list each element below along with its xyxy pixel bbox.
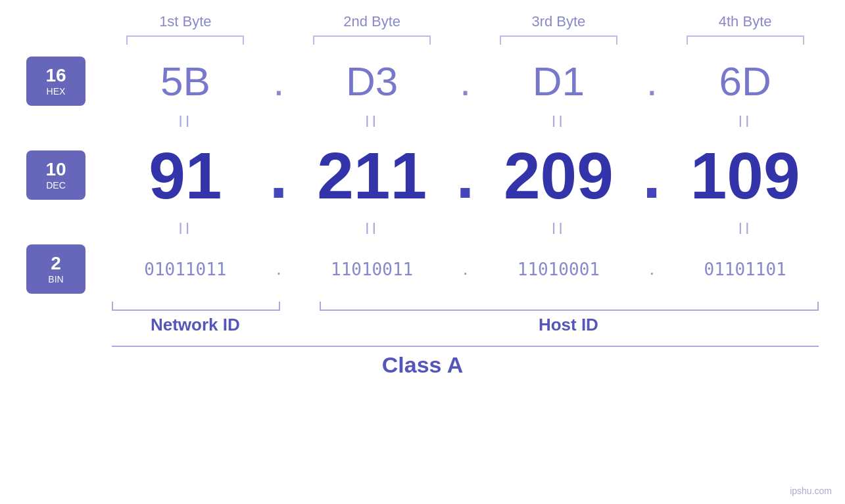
dec-val-3: 209 <box>485 143 633 208</box>
bracket-bottom-row <box>26 302 819 311</box>
hex-row: 16 HEX 5B . D3 . D1 . 6D <box>26 57 819 106</box>
dec-dot-3: . <box>642 137 661 213</box>
bracket-top-2 <box>313 35 431 45</box>
bin-badge: 2 BIN <box>26 244 85 294</box>
bin-val-3: 11010001 <box>485 260 633 279</box>
dec-dot-1: . <box>270 137 288 213</box>
dot-spacer-h1 <box>259 13 299 45</box>
byte-col-4: 4th Byte <box>671 13 819 45</box>
bottom-section: Network ID Host ID <box>26 302 819 335</box>
hex-badge-label: HEX <box>47 86 66 97</box>
hex-val-3: D1 <box>485 58 633 104</box>
watermark-text: ipshu.com <box>790 486 832 496</box>
bin-val-1: 01011011 <box>112 260 259 279</box>
network-host-labels-row: Network ID Host ID <box>26 315 819 335</box>
dec-dot-2: . <box>456 137 475 213</box>
equals-2-2: II <box>299 219 446 238</box>
class-label: Class A <box>382 352 463 378</box>
byte-label-1: 1st Byte <box>159 13 211 30</box>
class-bracket <box>112 346 819 347</box>
equals-1-4: II <box>671 112 819 131</box>
hex-badge-number: 16 <box>45 66 66 86</box>
bin-badge-number: 2 <box>51 254 61 274</box>
hex-val-4: 6D <box>671 58 819 104</box>
equals-row-1: II II II II <box>26 112 819 131</box>
byte-col-3: 3rd Byte <box>485 13 633 45</box>
main-container: 1st Byte 2nd Byte 3rd Byte 4th Byte 16 H… <box>0 0 845 504</box>
hex-dot-2: . <box>460 58 471 104</box>
class-label-row: Class A <box>26 352 819 378</box>
byte-label-2: 2nd Byte <box>343 13 400 30</box>
dec-badge-label: DEC <box>46 180 66 191</box>
byte-label-3: 3rd Byte <box>531 13 585 30</box>
bin-badge-label: BIN <box>48 274 63 285</box>
bracket-host <box>320 302 819 311</box>
bin-dot-3: . <box>650 259 654 279</box>
dot-spacer-h3 <box>632 13 671 45</box>
bin-row: 2 BIN 01011011 . 11010011 . 11010001 . 0… <box>26 244 819 294</box>
equals-2-3: II <box>485 219 633 238</box>
byte-headers-row: 1st Byte 2nd Byte 3rd Byte 4th Byte <box>26 13 819 45</box>
equals-1-1: II <box>112 112 259 131</box>
equals-1-2: II <box>299 112 446 131</box>
byte-label-4: 4th Byte <box>719 13 772 30</box>
bin-val-2: 11010011 <box>299 260 446 279</box>
equals-2-4: II <box>671 219 819 238</box>
bin-val-4: 01101101 <box>671 260 819 279</box>
dec-row: 10 DEC 91 . 211 . 209 . 109 <box>26 137 819 213</box>
equals-2-1: II <box>112 219 259 238</box>
class-section: Class A <box>26 346 819 378</box>
dec-badge: 10 DEC <box>26 150 85 200</box>
byte-col-2: 2nd Byte <box>299 13 446 45</box>
bin-dot-2: . <box>463 259 468 279</box>
hex-val-1: 5B <box>112 58 259 104</box>
bracket-top-1 <box>126 35 244 45</box>
bracket-top-4 <box>687 35 804 45</box>
dec-badge-number: 10 <box>45 160 66 180</box>
watermark: ipshu.com <box>790 486 832 496</box>
bracket-network <box>112 302 280 311</box>
equals-row-2: II II II II <box>26 219 819 238</box>
hex-dot-1: . <box>273 58 284 104</box>
hex-dot-3: . <box>646 58 658 104</box>
host-id-label: Host ID <box>318 315 819 335</box>
dec-val-2: 211 <box>299 143 446 208</box>
hex-val-2: D3 <box>299 58 446 104</box>
dot-spacer-h2 <box>446 13 485 45</box>
dec-val-4: 109 <box>671 143 819 208</box>
equals-1-3: II <box>485 112 633 131</box>
network-id-label: Network ID <box>112 315 279 335</box>
dec-val-1: 91 <box>112 143 259 208</box>
byte-col-1: 1st Byte <box>112 13 259 45</box>
bracket-top-3 <box>500 35 617 45</box>
bin-dot-1: . <box>276 259 281 279</box>
hex-badge: 16 HEX <box>26 57 85 106</box>
